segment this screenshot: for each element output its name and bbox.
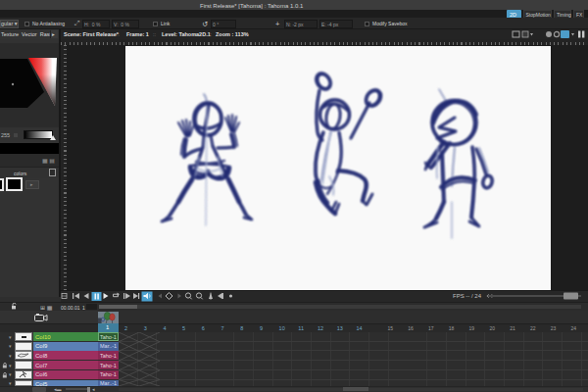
- svg-text:FPS -- / 24: FPS -- / 24: [453, 293, 482, 299]
